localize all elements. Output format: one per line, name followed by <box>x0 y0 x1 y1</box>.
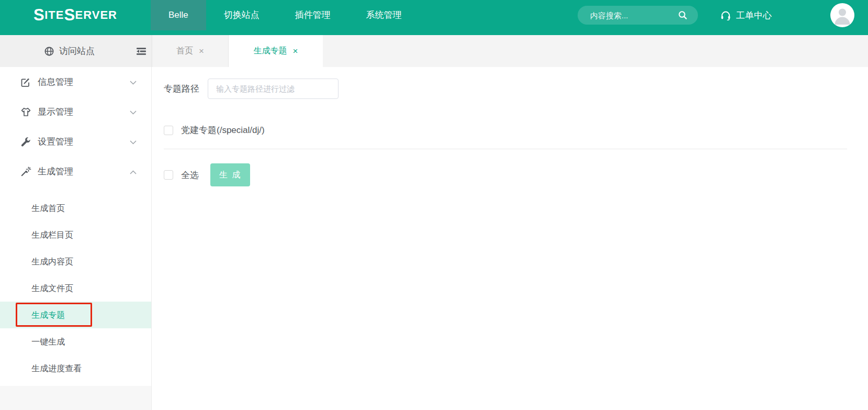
sidebar-item-info-management[interactable]: 信息管理 <box>0 67 151 97</box>
sidebar-collapse-icon[interactable] <box>135 46 148 59</box>
sidebar-item-label: 生成管理 <box>38 165 73 178</box>
sidebar-item-generate-special-topics[interactable]: 生成专题 <box>0 302 151 328</box>
edit-icon <box>20 77 31 87</box>
search-icon[interactable] <box>678 10 687 22</box>
sidebar-item-generate-file-pages[interactable]: 生成文件页 <box>0 275 151 302</box>
globe-icon <box>44 46 54 57</box>
chevron-down-icon <box>130 137 137 147</box>
person-icon <box>830 3 854 27</box>
close-icon[interactable]: × <box>293 47 298 56</box>
visit-site-row: 访问站点 <box>0 35 151 67</box>
magic-wand-icon <box>20 166 31 177</box>
close-icon[interactable]: × <box>199 47 204 56</box>
sidebar-item-generate-content-pages[interactable]: 生成内容页 <box>0 248 151 275</box>
tab-homepage[interactable]: 首页 × <box>152 35 229 67</box>
sidebar-filler <box>0 386 151 410</box>
ticket-center-label: 工单中心 <box>736 9 772 21</box>
nav-item-plugin-management[interactable]: 插件管理 <box>277 0 348 30</box>
generate-button[interactable]: 生 成 <box>210 163 250 186</box>
sidebar-menu: 信息管理 显示管理 <box>0 67 151 186</box>
wrench-icon <box>20 137 31 147</box>
app-header: SITESERVER Belle 切换站点 插件管理 系统管理 <box>0 0 868 35</box>
select-all-label: 全选 <box>181 169 199 181</box>
sidebar-item-one-click-generate[interactable]: 一键生成 <box>0 328 151 355</box>
sidebar-item-label: 设置管理 <box>38 136 73 148</box>
topic-checkbox[interactable] <box>164 126 173 135</box>
topic-list-item: 党建专题(/special/dj/) <box>164 124 852 136</box>
nav-item-system-management[interactable]: 系统管理 <box>348 0 420 30</box>
header-right: 工单中心 <box>578 0 868 30</box>
generate-submenu: 生成首页 生成栏目页 生成内容页 生成文件页 生成专题 一键生成 生成进度查看 <box>0 186 151 386</box>
tab-label: 生成专题 <box>254 46 287 57</box>
sidebar-item-label: 生成专题 <box>31 311 65 319</box>
siteserver-logo[interactable]: SITESERVER <box>0 0 151 30</box>
ticket-center-button[interactable]: 工单中心 <box>720 9 772 21</box>
sidebar-item-label: 信息管理 <box>38 76 73 88</box>
page-content: 专题路径 党建专题(/special/dj/) 全选 生 成 <box>152 67 868 410</box>
sidebar-item-label: 显示管理 <box>38 106 73 118</box>
sidebar-item-generate-progress-view[interactable]: 生成进度查看 <box>0 355 151 382</box>
topic-path-label: 专题路径 <box>164 83 199 95</box>
app-root: SITESERVER Belle 切换站点 插件管理 系统管理 <box>0 0 868 410</box>
visit-site-label: 访问站点 <box>59 45 95 57</box>
tab-label: 首页 <box>176 46 193 57</box>
sidebar-item-settings-management[interactable]: 设置管理 <box>0 127 151 157</box>
sidebar-item-generate-management[interactable]: 生成管理 <box>0 157 151 186</box>
sidebar-item-generate-homepage[interactable]: 生成首页 <box>0 195 151 221</box>
chevron-down-icon <box>130 77 137 87</box>
sidebar-item-generate-channel-pages[interactable]: 生成栏目页 <box>0 221 151 248</box>
top-nav: Belle 切换站点 插件管理 系统管理 <box>151 0 420 30</box>
sidebar-item-display-management[interactable]: 显示管理 <box>0 97 151 127</box>
headset-icon <box>720 10 731 20</box>
tshirt-icon <box>20 107 31 117</box>
nav-item-switch-site[interactable]: 切换站点 <box>206 0 277 30</box>
tab-generate-special-topics[interactable]: 生成专题 × <box>229 35 323 67</box>
nav-item-belle[interactable]: Belle <box>151 0 206 30</box>
topic-path-filter-row: 专题路径 <box>164 79 852 99</box>
content-search <box>578 6 698 25</box>
logo-text: S <box>33 6 44 25</box>
divider <box>164 149 847 149</box>
topic-label: 党建专题(/special/dj/) <box>181 124 265 136</box>
chevron-up-icon <box>130 167 137 177</box>
chevron-down-icon <box>130 107 137 117</box>
topic-path-filter-input[interactable] <box>208 79 339 99</box>
select-all-checkbox[interactable] <box>164 170 173 180</box>
main-area: 首页 × 生成专题 × 专题路径 党建专题(/special/dj/) <box>152 35 868 410</box>
visit-site-button[interactable]: 访问站点 <box>44 45 95 57</box>
tab-bar: 首页 × 生成专题 × <box>152 35 868 67</box>
actions-row: 全选 生 成 <box>164 163 852 186</box>
sidebar: 访问站点 <box>0 35 152 410</box>
user-avatar[interactable] <box>830 3 854 27</box>
